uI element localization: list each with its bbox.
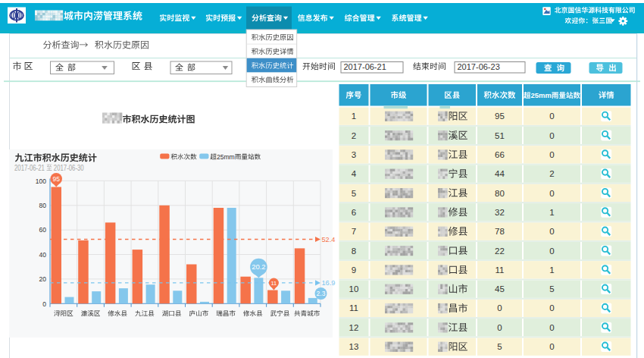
svg-text:1: 1	[549, 265, 554, 275]
svg-text:20: 20	[39, 275, 47, 283]
svg-text:1: 1	[549, 208, 554, 217]
svg-text:13: 13	[349, 342, 359, 351]
svg-text:2017-06-23: 2017-06-23	[458, 62, 500, 71]
svg-text:9: 9	[352, 265, 356, 275]
svg-text:11: 11	[349, 303, 358, 312]
svg-text:0: 0	[497, 303, 502, 312]
svg-text:2.3: 2.3	[317, 290, 326, 297]
svg-text:7: 7	[352, 227, 356, 236]
svg-text:25mm: 25mm	[217, 153, 235, 161]
svg-text:0: 0	[549, 323, 554, 332]
svg-text:44: 44	[495, 169, 505, 178]
svg-text:0: 0	[42, 300, 46, 308]
svg-text:25mm: 25mm	[531, 91, 552, 99]
svg-text:40: 40	[39, 251, 47, 259]
svg-text:0: 0	[549, 111, 554, 121]
svg-text:60: 60	[39, 226, 47, 234]
svg-text:3: 3	[352, 150, 356, 159]
svg-text:0: 0	[549, 303, 554, 312]
svg-text:11: 11	[496, 265, 505, 275]
svg-text:80: 80	[495, 189, 505, 198]
svg-text:11: 11	[271, 280, 277, 287]
svg-text:51: 51	[495, 131, 505, 140]
svg-text:66: 66	[495, 150, 505, 159]
svg-text:2017-06-21: 2017-06-21	[14, 164, 45, 172]
svg-text:100: 100	[36, 177, 46, 185]
svg-text:4: 4	[352, 169, 357, 178]
svg-text:10: 10	[349, 284, 359, 294]
svg-text:5: 5	[549, 284, 554, 294]
svg-text:6: 6	[352, 208, 356, 217]
svg-text:5: 5	[497, 342, 502, 351]
svg-text:0: 0	[549, 247, 554, 256]
svg-text:2: 2	[352, 131, 356, 140]
svg-text:0: 0	[549, 131, 554, 140]
svg-text:32: 32	[495, 208, 505, 217]
svg-text:95: 95	[495, 111, 505, 121]
svg-text:0: 0	[549, 227, 554, 236]
svg-text:78: 78	[495, 227, 505, 236]
svg-text:0: 0	[549, 150, 554, 159]
svg-text:2017-06-30: 2017-06-30	[54, 164, 84, 172]
svg-text:0: 0	[549, 189, 554, 198]
svg-text:80: 80	[39, 202, 47, 209]
svg-text:2: 2	[549, 169, 554, 178]
svg-text:2017-06-21: 2017-06-21	[344, 62, 386, 71]
svg-text:95: 95	[52, 175, 60, 183]
svg-text:52.4: 52.4	[322, 236, 336, 243]
svg-text:45: 45	[495, 284, 505, 294]
svg-text:5: 5	[352, 189, 356, 198]
svg-text:1: 1	[352, 111, 356, 121]
svg-text:0: 0	[497, 323, 502, 332]
svg-text:12: 12	[349, 323, 359, 332]
svg-text:0: 0	[549, 342, 554, 351]
svg-text:20.2: 20.2	[252, 262, 266, 271]
svg-text:8: 8	[352, 247, 356, 256]
svg-text:22: 22	[495, 247, 505, 256]
svg-text:16.9: 16.9	[322, 279, 336, 287]
